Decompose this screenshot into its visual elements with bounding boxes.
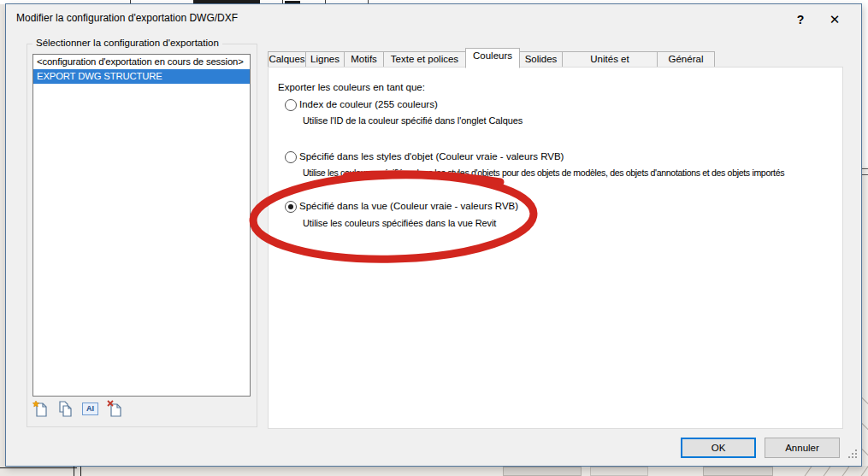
new-configuration-button[interactable] [32,400,50,418]
background-schedule-strip [0,466,868,476]
background-drawing-line [861,174,868,175]
configuration-listbox[interactable]: <configuration d'exportation en cours de… [32,54,251,397]
help-button[interactable]: ? [786,8,815,30]
ok-button[interactable]: OK [681,438,756,458]
screen: Modifier la configuration d'exportation … [0,0,868,476]
option-label: Spécifié dans la vue (Couleur vraie - va… [299,201,518,211]
rename-configuration-button[interactable]: AI [81,400,99,418]
export-colors-heading: Exporter les couleurs en tant que: [278,82,425,92]
tab-motifs[interactable]: Motifs [344,51,384,68]
close-icon[interactable]: ✕ [820,8,849,30]
duplicate-configuration-button[interactable] [56,400,74,418]
background-drawing-strip [861,0,868,476]
delete-document-icon [106,400,124,418]
tab-bar: Calques Lignes Motifs Texte et polices C… [268,48,714,68]
option-description: Utilise l'ID de la couleur spécifié dans… [303,115,523,126]
option-label: Spécifié dans les styles d'objet (Couleu… [299,151,564,162]
duplicate-document-icon [56,400,74,418]
configuration-toolbar: AI [32,400,124,418]
background-cell [503,467,582,476]
couleurs-tab-panel: Exporter les couleurs en tant que: Index… [268,67,843,429]
tab-calques[interactable]: Calques [268,51,306,68]
radio-styles-objet[interactable] [285,151,297,163]
background-cell [703,467,773,476]
background-line [74,466,74,476]
tab-solides[interactable]: Solides [519,51,563,68]
export-dwg-dxf-dialog: Modifier la configuration d'exportation … [5,3,862,467]
resize-grip[interactable] [847,449,858,459]
tab-general[interactable]: Général [657,51,715,68]
dialog-title: Modifier la configuration d'exportation … [16,12,238,24]
delete-configuration-button[interactable] [106,400,124,418]
option-description: Utilise les couleurs spécifiées dans les… [303,167,784,178]
radio-index-de-couleur[interactable] [285,99,297,111]
list-item-selected[interactable]: EXPORT DWG STRUCTURE [33,69,250,84]
background-fill [861,0,868,167]
background-line [80,466,81,476]
configuration-groupbox: Sélectionner la configuration d'exportat… [27,44,257,427]
list-item[interactable]: <configuration d'exportation en cours de… [33,55,250,69]
tab-unites-et-coordonnees[interactable]: Unités et coordonnées [562,51,658,68]
radio-specifie-dans-la-vue[interactable] [285,201,297,213]
background-cell [590,467,648,476]
tab-couleurs[interactable]: Couleurs [465,48,520,68]
tab-texte-et-polices[interactable]: Texte et polices [383,51,466,68]
configuration-group-label: Sélectionner la configuration d'exportat… [32,38,222,48]
background-line [0,467,77,468]
cancel-button[interactable]: Annuler [765,438,840,458]
option-label: Index de couleur (255 couleurs) [299,99,438,109]
rename-ai-icon: AI [82,403,98,415]
background-drawing-line [861,168,868,169]
tab-lignes[interactable]: Lignes [305,51,345,68]
option-description: Utilise les couleurs spécifiées dans la … [303,218,496,228]
new-document-star-icon [32,400,50,418]
title-bar: Modifier la configuration d'exportation … [6,4,861,32]
